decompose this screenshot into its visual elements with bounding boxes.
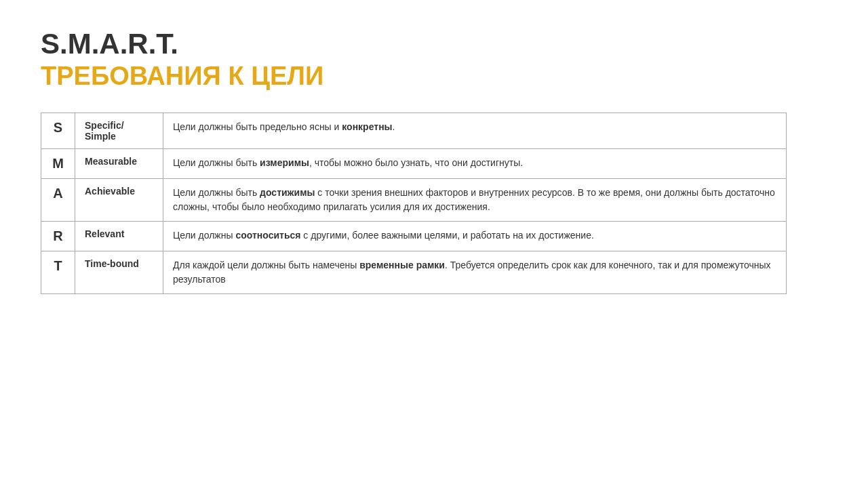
smart-table: SSpecific/ SimpleЦели должны быть предел… [41, 113, 787, 294]
description-cell: Цели должны быть предельно ясны и конкре… [163, 113, 787, 148]
description-cell: Цели должны быть измеримы, чтобы можно б… [163, 148, 787, 178]
title-en: S.M.A.R.T. [41, 27, 323, 61]
table-row: RRelevantЦели должны соотноситься с друг… [41, 221, 787, 251]
title-block: S.M.A.R.T. ТРЕБОВАНИЯ К ЦЕЛИ [41, 27, 323, 92]
title-ru: ТРЕБОВАНИЯ К ЦЕЛИ [41, 61, 323, 92]
letter-cell: M [41, 148, 75, 178]
word-cell: Time-bound [75, 251, 163, 293]
letter-cell: T [41, 251, 75, 293]
word-cell: Achievable [75, 178, 163, 221]
description-cell: Для каждой цели должны быть намечены вре… [163, 251, 787, 293]
table-row: SSpecific/ SimpleЦели должны быть предел… [41, 113, 787, 148]
table-row: TTime-boundДля каждой цели должны быть н… [41, 251, 787, 293]
letter-cell: S [41, 113, 75, 148]
letter-cell: R [41, 221, 75, 251]
word-cell: Relevant [75, 221, 163, 251]
description-cell: Цели должны соотноситься с другими, боле… [163, 221, 787, 251]
word-cell: Measurable [75, 148, 163, 178]
description-cell: Цели должны быть достижимы с точки зрени… [163, 178, 787, 221]
word-cell: Specific/ Simple [75, 113, 163, 148]
letter-cell: A [41, 178, 75, 221]
table-row: MMeasurableЦели должны быть измеримы, чт… [41, 148, 787, 178]
table-row: AAchievableЦели должны быть достижимы с … [41, 178, 787, 221]
